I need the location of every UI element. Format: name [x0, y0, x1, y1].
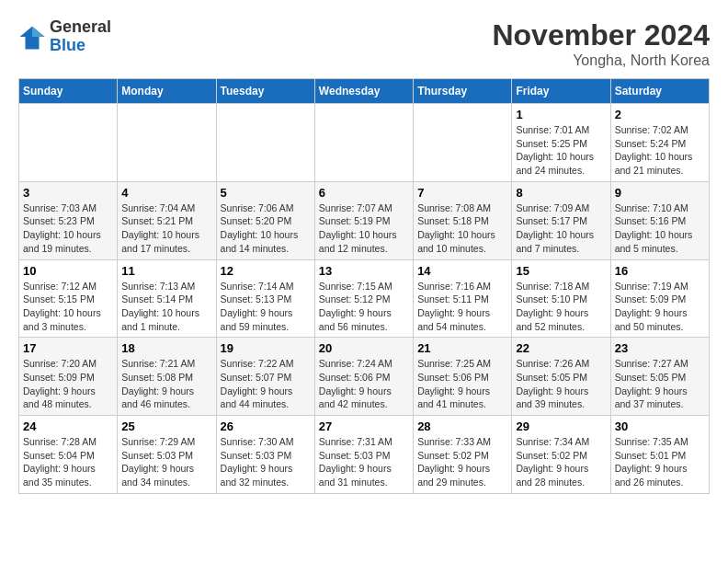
- day-info: Sunrise: 7:34 AM Sunset: 5:02 PM Dayligh…: [516, 435, 606, 489]
- day-info: Sunrise: 7:27 AM Sunset: 5:05 PM Dayligh…: [615, 357, 705, 411]
- day-info: Sunrise: 7:13 AM Sunset: 5:14 PM Dayligh…: [121, 280, 211, 334]
- header-day-sunday: Sunday: [19, 79, 118, 104]
- calendar-cell: 30Sunrise: 7:35 AM Sunset: 5:01 PM Dayli…: [610, 416, 709, 494]
- day-info: Sunrise: 7:19 AM Sunset: 5:09 PM Dayligh…: [615, 280, 705, 334]
- calendar-cell: [118, 104, 216, 182]
- calendar-week-5: 24Sunrise: 7:28 AM Sunset: 5:04 PM Dayli…: [19, 416, 710, 494]
- header-day-saturday: Saturday: [610, 79, 709, 104]
- location-title: Yongha, North Korea: [492, 52, 710, 69]
- calendar-cell: 24Sunrise: 7:28 AM Sunset: 5:04 PM Dayli…: [19, 416, 118, 494]
- day-number: 28: [417, 419, 507, 433]
- header-day-friday: Friday: [512, 79, 610, 104]
- day-info: Sunrise: 7:06 AM Sunset: 5:20 PM Dayligh…: [221, 201, 311, 256]
- day-number: 5: [221, 186, 311, 200]
- day-number: 26: [221, 419, 311, 433]
- day-number: 2: [615, 108, 705, 121]
- header-row: SundayMondayTuesdayWednesdayThursdayFrid…: [19, 79, 710, 104]
- calendar-cell: 11Sunrise: 7:13 AM Sunset: 5:14 PM Dayli…: [118, 259, 216, 338]
- day-number: 1: [516, 108, 606, 121]
- calendar-cell: 6Sunrise: 7:07 AM Sunset: 5:19 PM Daylig…: [314, 181, 413, 259]
- day-number: 3: [23, 186, 113, 200]
- calendar-cell: 7Sunrise: 7:08 AM Sunset: 5:18 PM Daylig…: [414, 181, 512, 259]
- day-number: 11: [121, 264, 211, 278]
- day-info: Sunrise: 7:02 AM Sunset: 5:24 PM Dayligh…: [615, 123, 705, 178]
- calendar-cell: 23Sunrise: 7:27 AM Sunset: 5:05 PM Dayli…: [610, 338, 709, 416]
- day-number: 22: [516, 341, 606, 355]
- calendar-body: 1Sunrise: 7:01 AM Sunset: 5:25 PM Daylig…: [19, 104, 710, 494]
- calendar-week-2: 3Sunrise: 7:03 AM Sunset: 5:23 PM Daylig…: [19, 181, 710, 259]
- calendar-cell: 5Sunrise: 7:06 AM Sunset: 5:20 PM Daylig…: [216, 181, 314, 259]
- calendar-week-4: 17Sunrise: 7:20 AM Sunset: 5:09 PM Dayli…: [19, 338, 710, 416]
- logo-general-text: General: [50, 17, 111, 36]
- day-info: Sunrise: 7:20 AM Sunset: 5:09 PM Dayligh…: [23, 357, 113, 411]
- day-info: Sunrise: 7:21 AM Sunset: 5:08 PM Dayligh…: [121, 357, 211, 411]
- day-number: 23: [615, 341, 705, 355]
- day-info: Sunrise: 7:31 AM Sunset: 5:03 PM Dayligh…: [319, 435, 409, 489]
- day-number: 16: [615, 264, 705, 278]
- day-number: 24: [23, 419, 113, 433]
- day-number: 6: [319, 186, 409, 200]
- header-day-wednesday: Wednesday: [314, 79, 413, 104]
- day-number: 17: [23, 341, 113, 355]
- day-info: Sunrise: 7:14 AM Sunset: 5:13 PM Dayligh…: [221, 280, 311, 334]
- calendar-cell: 13Sunrise: 7:15 AM Sunset: 5:12 PM Dayli…: [314, 259, 413, 338]
- calendar-cell: 16Sunrise: 7:19 AM Sunset: 5:09 PM Dayli…: [610, 259, 709, 338]
- day-info: Sunrise: 7:09 AM Sunset: 5:17 PM Dayligh…: [516, 201, 606, 256]
- day-number: 29: [516, 419, 606, 433]
- logo-icon: [18, 23, 46, 51]
- day-number: 20: [319, 341, 409, 355]
- calendar-week-3: 10Sunrise: 7:12 AM Sunset: 5:15 PM Dayli…: [19, 259, 710, 338]
- day-number: 27: [319, 419, 409, 433]
- day-info: Sunrise: 7:18 AM Sunset: 5:10 PM Dayligh…: [516, 280, 606, 334]
- calendar-cell: 29Sunrise: 7:34 AM Sunset: 5:02 PM Dayli…: [512, 416, 610, 494]
- logo-blue-text: Blue: [50, 36, 85, 54]
- day-info: Sunrise: 7:33 AM Sunset: 5:02 PM Dayligh…: [417, 435, 507, 489]
- day-info: Sunrise: 7:35 AM Sunset: 5:01 PM Dayligh…: [615, 435, 705, 489]
- day-number: 14: [417, 264, 507, 278]
- calendar-cell: [216, 104, 314, 182]
- day-number: 21: [417, 341, 507, 355]
- day-info: Sunrise: 7:04 AM Sunset: 5:21 PM Dayligh…: [121, 201, 211, 256]
- calendar-cell: 8Sunrise: 7:09 AM Sunset: 5:17 PM Daylig…: [512, 181, 610, 259]
- day-info: Sunrise: 7:25 AM Sunset: 5:06 PM Dayligh…: [417, 357, 507, 411]
- day-number: 10: [23, 264, 113, 278]
- calendar-cell: 4Sunrise: 7:04 AM Sunset: 5:21 PM Daylig…: [118, 181, 216, 259]
- calendar-cell: 28Sunrise: 7:33 AM Sunset: 5:02 PM Dayli…: [414, 416, 512, 494]
- calendar-cell: 27Sunrise: 7:31 AM Sunset: 5:03 PM Dayli…: [314, 416, 413, 494]
- day-info: Sunrise: 7:08 AM Sunset: 5:18 PM Dayligh…: [417, 201, 507, 256]
- calendar-cell: 10Sunrise: 7:12 AM Sunset: 5:15 PM Dayli…: [19, 259, 118, 338]
- day-number: 7: [417, 186, 507, 200]
- day-info: Sunrise: 7:15 AM Sunset: 5:12 PM Dayligh…: [319, 280, 409, 334]
- calendar-cell: 12Sunrise: 7:14 AM Sunset: 5:13 PM Dayli…: [216, 259, 314, 338]
- calendar-cell: 14Sunrise: 7:16 AM Sunset: 5:11 PM Dayli…: [414, 259, 512, 338]
- calendar-cell: 2Sunrise: 7:02 AM Sunset: 5:24 PM Daylig…: [610, 104, 709, 182]
- day-number: 8: [516, 186, 606, 200]
- day-number: 19: [221, 341, 311, 355]
- page-header: General Blue November 2024 Yongha, North…: [18, 18, 710, 69]
- calendar-cell: [19, 104, 118, 182]
- calendar-table: SundayMondayTuesdayWednesdayThursdayFrid…: [18, 78, 710, 494]
- calendar-cell: 18Sunrise: 7:21 AM Sunset: 5:08 PM Dayli…: [118, 338, 216, 416]
- calendar-cell: 20Sunrise: 7:24 AM Sunset: 5:06 PM Dayli…: [314, 338, 413, 416]
- calendar-cell: [414, 104, 512, 182]
- day-number: 18: [121, 341, 211, 355]
- day-info: Sunrise: 7:03 AM Sunset: 5:23 PM Dayligh…: [23, 201, 113, 256]
- calendar-cell: 9Sunrise: 7:10 AM Sunset: 5:16 PM Daylig…: [610, 181, 709, 259]
- day-info: Sunrise: 7:26 AM Sunset: 5:05 PM Dayligh…: [516, 357, 606, 411]
- calendar-cell: 17Sunrise: 7:20 AM Sunset: 5:09 PM Dayli…: [19, 338, 118, 416]
- day-info: Sunrise: 7:10 AM Sunset: 5:16 PM Dayligh…: [615, 201, 705, 256]
- calendar-header: SundayMondayTuesdayWednesdayThursdayFrid…: [19, 79, 710, 104]
- day-number: 25: [121, 419, 211, 433]
- day-info: Sunrise: 7:29 AM Sunset: 5:03 PM Dayligh…: [121, 435, 211, 489]
- calendar-cell: 3Sunrise: 7:03 AM Sunset: 5:23 PM Daylig…: [19, 181, 118, 259]
- day-number: 9: [615, 186, 705, 200]
- day-number: 4: [121, 186, 211, 200]
- calendar-cell: 26Sunrise: 7:30 AM Sunset: 5:03 PM Dayli…: [216, 416, 314, 494]
- header-day-monday: Monday: [118, 79, 216, 104]
- day-number: 13: [319, 264, 409, 278]
- day-info: Sunrise: 7:30 AM Sunset: 5:03 PM Dayligh…: [221, 435, 311, 489]
- calendar-cell: 19Sunrise: 7:22 AM Sunset: 5:07 PM Dayli…: [216, 338, 314, 416]
- header-day-tuesday: Tuesday: [216, 79, 314, 104]
- day-info: Sunrise: 7:28 AM Sunset: 5:04 PM Dayligh…: [23, 435, 113, 489]
- day-info: Sunrise: 7:22 AM Sunset: 5:07 PM Dayligh…: [221, 357, 311, 411]
